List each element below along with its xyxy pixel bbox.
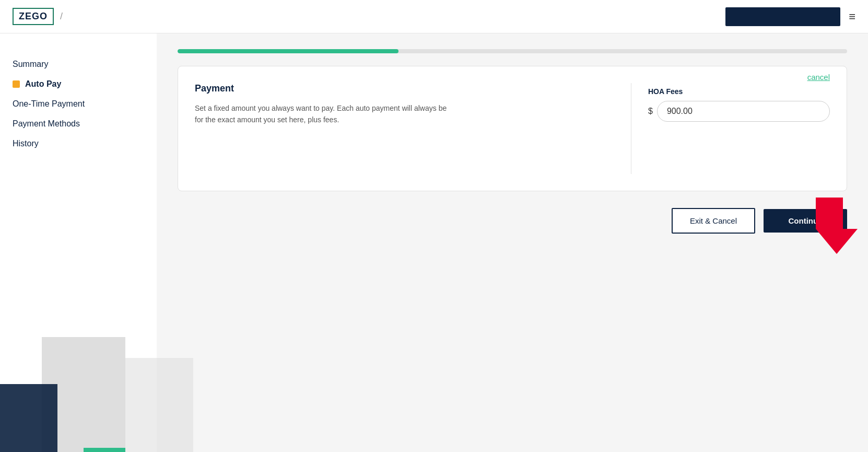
- sidebar-item-label-one-time: One-Time Payment: [13, 99, 85, 109]
- progress-bar-fill: [178, 49, 398, 53]
- sidebar: Summary Auto Pay One-Time Payment Paymen…: [0, 33, 157, 452]
- bottom-actions: Exit & Cancel Continue: [178, 208, 847, 234]
- payment-card-left: Payment Set a fixed amount you always wa…: [195, 83, 631, 174]
- main-content: Payment Set a fixed amount you always wa…: [157, 33, 868, 452]
- page-body: Summary Auto Pay One-Time Payment Paymen…: [0, 33, 868, 452]
- sidebar-item-label-summary: Summary: [13, 60, 48, 69]
- payment-card-description: Set a fixed amount you always want to pa…: [195, 102, 456, 126]
- sidebar-item-summary[interactable]: Summary: [13, 54, 144, 74]
- building-green-accent: [84, 448, 125, 452]
- header-slash: /: [60, 11, 63, 22]
- exit-cancel-button[interactable]: Exit & Cancel: [672, 208, 755, 234]
- hamburger-menu-icon[interactable]: ≡: [849, 11, 855, 22]
- hoa-fees-label: HOA Fees: [648, 87, 830, 96]
- building-shape-3: [0, 384, 57, 452]
- sidebar-item-one-time-payment[interactable]: One-Time Payment: [13, 94, 144, 114]
- progress-bar-container: [178, 49, 847, 53]
- payment-card-right: cancel HOA Fees $: [631, 83, 830, 174]
- dollar-sign-label: $: [648, 107, 653, 116]
- payment-card-title: Payment: [195, 83, 614, 94]
- sidebar-item-auto-pay[interactable]: Auto Pay: [13, 74, 144, 94]
- continue-button[interactable]: Continue: [764, 209, 847, 233]
- logo: ZEGO: [13, 8, 54, 25]
- active-dot-icon: [13, 80, 20, 88]
- sidebar-item-label-auto-pay: Auto Pay: [25, 79, 61, 89]
- cancel-link[interactable]: cancel: [807, 73, 830, 82]
- building-shape-1: [42, 337, 125, 452]
- amount-row: $: [648, 101, 830, 122]
- sidebar-item-payment-methods[interactable]: Payment Methods: [13, 114, 144, 134]
- sidebar-item-label-history: History: [13, 139, 39, 148]
- header-dark-bar: [725, 7, 840, 26]
- payment-card: Payment Set a fixed amount you always wa…: [178, 66, 847, 191]
- app-header: ZEGO / ≡: [0, 0, 868, 33]
- sidebar-item-label-payment-methods: Payment Methods: [13, 119, 80, 129]
- sidebar-item-history[interactable]: History: [13, 134, 144, 154]
- header-left: ZEGO /: [13, 8, 63, 25]
- amount-input[interactable]: [657, 101, 830, 122]
- header-right: ≡: [725, 7, 855, 26]
